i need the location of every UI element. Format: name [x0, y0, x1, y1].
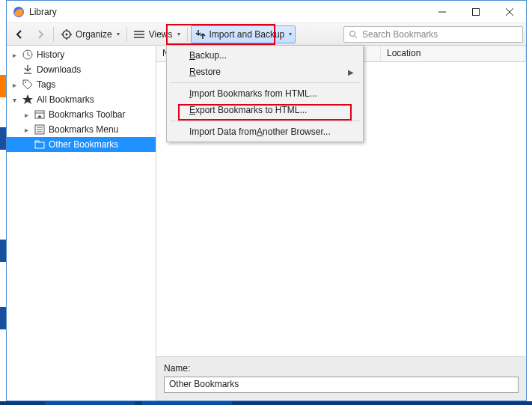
- svg-rect-27: [35, 142, 44, 148]
- expand-icon[interactable]: ▸: [10, 81, 19, 89]
- menu-restore[interactable]: Restore ▶: [168, 64, 361, 80]
- tree-label: Bookmarks Menu: [49, 124, 118, 135]
- menu-icon: [34, 124, 46, 135]
- tree-pane: ▸ History Downloads ▸ Tags ▾ All Bookmar…: [7, 46, 156, 401]
- folder-icon: [34, 138, 46, 150]
- menu-backup[interactable]: Backup...: [168, 47, 361, 64]
- expand-icon[interactable]: ▸: [22, 126, 31, 134]
- expand-icon[interactable]: ▸: [22, 111, 31, 119]
- toolbar-icon: [34, 109, 46, 121]
- taskbar-strip: [0, 401, 532, 405]
- menu-separator: [170, 121, 360, 121]
- tag-icon: [22, 79, 34, 91]
- minimize-button[interactable]: [425, 1, 459, 22]
- firefox-icon: [13, 6, 25, 18]
- tree-label: Other Bookmarks: [49, 139, 118, 150]
- import-backup-dropdown: Backup... Restore ▶ Import Bookmarks fro…: [166, 45, 364, 142]
- menu-import-html[interactable]: Import Bookmarks from HTML...: [168, 85, 361, 102]
- search-placeholder: Search Bookmarks: [362, 29, 438, 40]
- svg-point-14: [134, 31, 135, 32]
- import-backup-menu[interactable]: Import and Backup ▾: [191, 25, 296, 43]
- views-menu[interactable]: Views ▾: [130, 25, 184, 43]
- background-strip: [0, 0, 6, 405]
- star-icon: [22, 94, 34, 106]
- tree-item-history[interactable]: ▸ History: [7, 47, 156, 62]
- details-name-label: Name:: [164, 363, 519, 374]
- search-icon: [349, 30, 358, 39]
- submenu-arrow-icon: ▶: [348, 68, 354, 76]
- details-panel: Name: Other Bookmarks: [156, 356, 526, 401]
- tree-label: History: [37, 49, 64, 60]
- dropdown-caret-icon: ▾: [289, 31, 292, 37]
- organize-label: Organize: [76, 29, 112, 40]
- column-header-location[interactable]: Location: [381, 46, 526, 61]
- tree-label: Downloads: [37, 64, 81, 75]
- forward-button[interactable]: [31, 25, 50, 43]
- svg-point-15: [134, 34, 135, 35]
- tree-item-downloads[interactable]: Downloads: [7, 62, 156, 77]
- tree-item-other-bookmarks[interactable]: Other Bookmarks: [7, 137, 156, 152]
- details-name-input[interactable]: Other Bookmarks: [164, 377, 519, 393]
- import-backup-label: Import and Backup: [210, 29, 285, 40]
- close-button[interactable]: [492, 1, 526, 22]
- svg-point-20: [25, 82, 26, 83]
- download-icon: [22, 64, 34, 76]
- svg-point-16: [134, 37, 135, 38]
- expand-icon[interactable]: ▸: [10, 51, 19, 59]
- titlebar[interactable]: Library: [7, 1, 526, 23]
- tree-label: Tags: [37, 79, 55, 90]
- tree-item-all-bookmarks[interactable]: ▾ All Bookmarks: [7, 92, 156, 107]
- tree-item-tags[interactable]: ▸ Tags: [7, 77, 156, 92]
- back-button[interactable]: [10, 25, 29, 43]
- collapse-icon[interactable]: ▾: [10, 96, 19, 104]
- clock-icon: [22, 49, 34, 61]
- tree-item-bookmarks-toolbar[interactable]: ▸ Bookmarks Toolbar: [7, 107, 156, 122]
- menu-export-html[interactable]: Export Bookmarks to HTML...: [168, 102, 361, 118]
- menu-import-browser[interactable]: Import Data from Another Browser...: [168, 124, 361, 140]
- organize-menu[interactable]: Organize ▾: [57, 25, 123, 43]
- tree-item-bookmarks-menu[interactable]: ▸ Bookmarks Menu: [7, 122, 156, 137]
- maximize-button[interactable]: [459, 1, 492, 22]
- svg-point-17: [350, 31, 355, 36]
- tree-label: Bookmarks Toolbar: [49, 109, 126, 120]
- views-label: Views: [149, 29, 173, 40]
- dropdown-caret-icon: ▾: [177, 31, 180, 37]
- toolbar: Organize ▾ Views ▾ Import and Backup ▾ S…: [7, 23, 526, 46]
- svg-rect-2: [472, 8, 479, 15]
- svg-point-6: [66, 33, 68, 35]
- dropdown-caret-icon: ▾: [117, 31, 120, 37]
- menu-separator: [170, 82, 360, 83]
- window-title: Library: [29, 7, 425, 17]
- search-input[interactable]: Search Bookmarks: [343, 26, 523, 43]
- tree-label: All Bookmarks: [37, 94, 94, 105]
- svg-line-18: [355, 36, 357, 38]
